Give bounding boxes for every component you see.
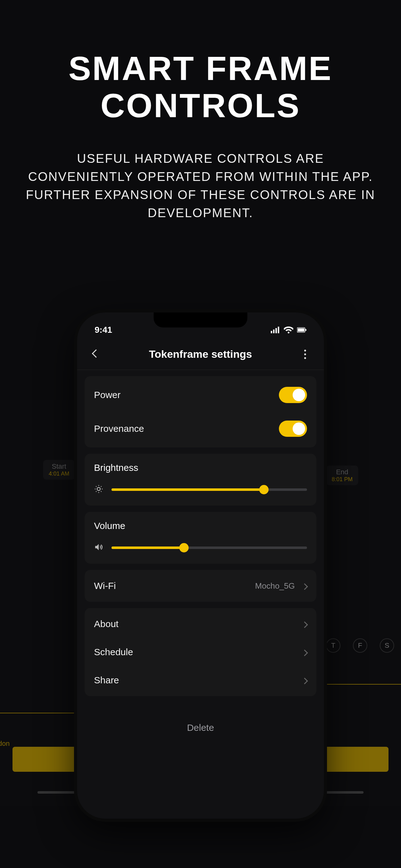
wifi-value: Mocho_5G bbox=[255, 581, 295, 591]
home-indicator bbox=[37, 791, 75, 794]
svg-rect-6 bbox=[305, 329, 306, 331]
share-label: Share bbox=[94, 675, 119, 685]
delete-button[interactable]: Delete bbox=[85, 715, 316, 741]
start-value: 4:01 AM bbox=[49, 470, 69, 477]
more-button[interactable] bbox=[299, 350, 311, 359]
toggle-card: Power Provenance bbox=[85, 376, 316, 447]
svg-rect-0 bbox=[271, 331, 272, 333]
home-indicator bbox=[326, 791, 364, 794]
provenance-label: Provenance bbox=[94, 423, 144, 434]
svg-line-14 bbox=[96, 491, 97, 492]
delete-label: Delete bbox=[187, 722, 214, 733]
volume-label: Volume bbox=[94, 521, 307, 531]
volume-card: Volume bbox=[85, 512, 316, 564]
wifi-label: Wi-Fi bbox=[94, 581, 116, 591]
power-label: Power bbox=[94, 390, 121, 400]
day-selector: T F S bbox=[313, 632, 401, 653]
hero-subtitle: USEFUL HARDWARE CONTROLS ARE CONVENIENTL… bbox=[25, 149, 376, 222]
svg-rect-5 bbox=[298, 329, 304, 332]
brightness-slider[interactable] bbox=[111, 488, 307, 491]
volume-icon bbox=[94, 542, 103, 553]
wifi-icon bbox=[284, 327, 293, 333]
status-time: 9:41 bbox=[95, 325, 112, 335]
about-row[interactable]: About bbox=[85, 610, 316, 638]
wifi-card: Wi-Fi Mocho_5G bbox=[85, 570, 316, 602]
volume-slider[interactable] bbox=[111, 547, 307, 549]
background-phone-left: 9:41 Start 4:01 AM 3: 4: 5 Every day S M… bbox=[0, 400, 88, 806]
share-row[interactable]: Share bbox=[85, 666, 316, 694]
hero-title-line-1: SMART FRAME bbox=[68, 50, 332, 87]
power-toggle[interactable] bbox=[279, 387, 307, 403]
svg-rect-1 bbox=[273, 330, 275, 333]
marketing-hero: SMART FRAME CONTROLS USEFUL HARDWARE CON… bbox=[0, 50, 401, 222]
day-bubble: F bbox=[353, 638, 367, 653]
kebab-icon bbox=[299, 350, 311, 359]
end-label: End bbox=[336, 468, 348, 476]
brightness-icon bbox=[94, 484, 103, 495]
svg-line-11 bbox=[101, 491, 101, 492]
svg-marker-16 bbox=[95, 544, 99, 550]
power-row[interactable]: Power bbox=[85, 378, 316, 412]
every-day-label: Every day bbox=[0, 653, 88, 662]
end-tab: End 8:01 PM bbox=[326, 466, 358, 485]
hero-title: SMART FRAME CONTROLS bbox=[25, 50, 376, 124]
phone-mockup: 9:41 Tokenframe settings Power Provenanc… bbox=[77, 312, 324, 818]
slider-thumb[interactable] bbox=[259, 485, 269, 494]
recreation-label: Recreation bbox=[0, 698, 75, 707]
start-label: Start bbox=[52, 462, 66, 470]
svg-line-15 bbox=[101, 486, 101, 487]
screen-title: Tokenframe settings bbox=[149, 348, 252, 360]
brightness-card: Brightness bbox=[85, 454, 316, 505]
cellular-icon bbox=[271, 327, 280, 333]
start-tab: Start 4:01 AM bbox=[43, 460, 75, 479]
day-selector: S M T bbox=[0, 662, 88, 683]
links-card: About Schedule Share bbox=[85, 608, 316, 696]
svg-rect-3 bbox=[278, 327, 279, 333]
day-bubble: S bbox=[380, 638, 394, 653]
provenance-row[interactable]: Provenance bbox=[85, 412, 316, 445]
svg-point-7 bbox=[97, 488, 100, 491]
hero-title-line-2: CONTROLS bbox=[101, 87, 301, 124]
chevron-right-icon bbox=[302, 581, 307, 591]
chevron-right-icon bbox=[302, 619, 307, 629]
chevron-right-icon bbox=[302, 675, 307, 685]
status-icons bbox=[271, 327, 306, 333]
chevron-left-icon bbox=[93, 352, 99, 358]
back-button[interactable] bbox=[90, 350, 102, 358]
background-phone-right: ••ıl ᯤ ▭ End 8:01 PM AM PM T F S bbox=[313, 400, 401, 806]
wifi-row[interactable]: Wi-Fi Mocho_5G bbox=[85, 572, 316, 600]
provenance-toggle[interactable] bbox=[279, 421, 307, 437]
phone-notch bbox=[154, 312, 247, 328]
battery-icon bbox=[297, 327, 306, 333]
chevron-right-icon bbox=[302, 647, 307, 657]
slider-thumb[interactable] bbox=[179, 543, 189, 552]
timezone-label: Time zone bbox=[0, 729, 75, 737]
schedule-label: Schedule bbox=[94, 647, 133, 657]
nav-bar: Tokenframe settings bbox=[77, 335, 324, 370]
day-bubble: T bbox=[326, 638, 340, 653]
svg-line-10 bbox=[96, 486, 97, 487]
brightness-label: Brightness bbox=[94, 462, 307, 473]
svg-rect-2 bbox=[275, 328, 277, 333]
schedule-row[interactable]: Schedule bbox=[85, 638, 316, 666]
about-label: About bbox=[94, 619, 119, 629]
end-value: 8:01 PM bbox=[332, 476, 353, 483]
